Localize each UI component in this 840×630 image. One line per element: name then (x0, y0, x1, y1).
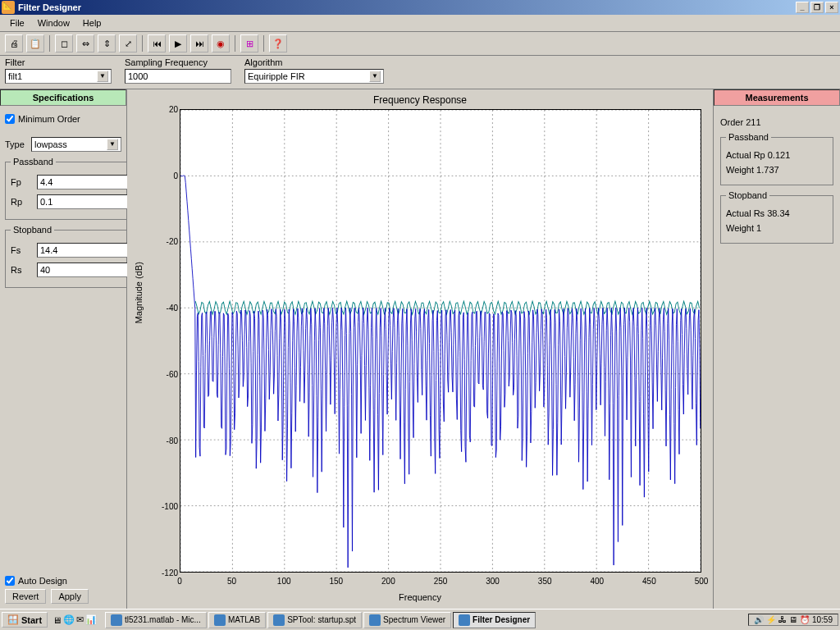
taskbar-item[interactable]: MATLAB (208, 612, 266, 628)
chevron-down-icon[interactable]: ▼ (369, 71, 381, 82)
y-tick: 20 (155, 105, 178, 114)
meas-stopband-legend: Stopband (726, 190, 769, 200)
stopband-legend: Stopband (11, 225, 54, 235)
taskbar-item[interactable]: Spectrum Viewer (363, 612, 451, 628)
quick-launch-icon[interactable]: 🌐 (63, 614, 75, 625)
x-tick: 350 (538, 577, 552, 586)
filter-dropdown[interactable]: filt1 ▼ (5, 69, 112, 84)
zoom-y-icon[interactable]: ⇕ (98, 34, 116, 52)
copy-icon[interactable]: 📋 (26, 34, 44, 52)
plot-panel: Frequency Response Magnitude (dB) Freque… (127, 89, 713, 609)
taskbar-item[interactable]: tl5231.matlab - Mic... (105, 612, 207, 628)
x-tick: 300 (486, 577, 500, 586)
tray-icon[interactable]: ⚡ (766, 615, 776, 624)
frequency-response-plot[interactable] (180, 109, 701, 573)
revert-button[interactable]: Revert (5, 589, 46, 604)
algorithm-label: Algorithm (244, 57, 384, 67)
quick-launch-icon[interactable]: 📊 (85, 614, 97, 625)
overlay-icon[interactable]: ◉ (212, 34, 230, 52)
play-icon[interactable]: ▶ (169, 34, 187, 52)
start-label: Start (21, 615, 42, 625)
menu-help[interactable]: Help (76, 16, 108, 30)
sampling-freq-input[interactable] (125, 69, 231, 84)
sampling-freq-label: Sampling Frequency (125, 57, 231, 67)
apply-button[interactable]: Apply (51, 589, 89, 604)
chevron-down-icon[interactable]: ▼ (97, 71, 108, 82)
plot-title: Frequency Response (130, 94, 710, 106)
y-tick: -120 (155, 568, 178, 578)
skip-start-icon[interactable]: ⏮ (148, 34, 166, 52)
param-bar: Filter filt1 ▼ Sampling Frequency Algori… (0, 56, 840, 89)
x-tick: 400 (590, 577, 604, 586)
rp-label: Rp (11, 197, 34, 207)
close-button[interactable]: × (825, 2, 838, 13)
minimum-order-label: Minimum Order (18, 114, 80, 124)
filter-icon (459, 614, 470, 626)
auto-design-label: Auto Design (18, 576, 67, 586)
filter-value: filt1 (8, 71, 22, 81)
print-icon[interactable]: 🖨 (5, 34, 23, 52)
type-dropdown[interactable]: lowpass ▼ (31, 137, 121, 152)
quick-launch-icon[interactable]: 🖥 (52, 615, 62, 625)
y-tick: -80 (155, 436, 178, 445)
auto-design-checkbox[interactable] (5, 576, 15, 586)
y-tick: -20 (155, 237, 178, 246)
weight-stopband: Weight 1 (726, 223, 828, 233)
x-tick: 50 (227, 577, 236, 586)
sptool-icon (273, 614, 285, 626)
specifications-panel: Specifications Minimum Order Type lowpas… (0, 89, 127, 609)
quick-launch-icon[interactable]: ✉ (76, 614, 84, 625)
x-tick: 500 (695, 577, 709, 586)
minimum-order-checkbox[interactable] (5, 114, 15, 124)
meas-passband-legend: Passband (726, 132, 771, 142)
start-button[interactable]: 🪟 Start (2, 612, 48, 628)
word-icon (111, 614, 122, 626)
actual-rs: Actual Rs 38.34 (726, 208, 828, 218)
taskbar-item-active[interactable]: Filter Designer (453, 612, 536, 628)
order-label: Order (720, 117, 743, 127)
x-tick: 150 (329, 577, 343, 586)
maximize-button[interactable]: ❐ (810, 2, 824, 13)
zoom-x-icon[interactable]: ⇔ (76, 34, 94, 52)
passband-legend: Passband (11, 157, 56, 167)
taskbar: 🪟 Start 🖥 🌐 ✉ 📊 tl5231.matlab - Mic... M… (0, 609, 840, 630)
meas-passband-fieldset: Passband Actual Rp 0.121 Weight 1.737 (720, 132, 833, 185)
tray-icon[interactable]: ⏰ (800, 615, 810, 624)
menu-file[interactable]: File (3, 16, 31, 30)
measurements-panel: Measurements Order 211 Passband Actual R… (713, 89, 840, 609)
menu-window[interactable]: Window (31, 16, 76, 30)
system-tray[interactable]: 🔊 ⚡ 🖧 🖥 ⏰ 10:59 (748, 614, 838, 626)
window-title: Filter Designer (18, 2, 81, 12)
x-tick: 450 (642, 577, 656, 586)
taskbar-item[interactable]: SPTool: startup.spt (267, 612, 362, 628)
spectrum-icon (369, 614, 381, 626)
weight-passband: Weight 1.737 (726, 165, 828, 175)
windows-icon: 🪟 (7, 614, 19, 625)
x-tick: 250 (434, 577, 448, 586)
fs-label: Fs (11, 245, 34, 255)
measurements-header: Measurements (714, 89, 840, 106)
fp-label: Fp (11, 177, 34, 187)
algorithm-value: Equiripple FIR (248, 71, 305, 81)
x-tick: 0 (177, 577, 182, 586)
tray-icon[interactable]: 🖥 (789, 615, 797, 624)
chevron-down-icon[interactable]: ▼ (107, 139, 118, 150)
algorithm-dropdown[interactable]: Equiripple FIR ▼ (244, 69, 384, 84)
zoom-out-icon[interactable]: ⤢ (119, 34, 137, 52)
zoom-box-icon[interactable]: ◻ (55, 34, 73, 52)
meas-stopband-fieldset: Stopband Actual Rs 38.34 Weight 1 (720, 190, 833, 244)
skip-end-icon[interactable]: ⏭ (190, 34, 208, 52)
order-value: 211 (746, 117, 760, 127)
actual-rp: Actual Rp 0.121 (726, 150, 828, 160)
minimize-button[interactable]: _ (796, 2, 809, 13)
menubar: File Window Help (0, 15, 840, 32)
x-tick: 100 (277, 577, 291, 586)
x-axis-label: Frequency (399, 592, 441, 602)
y-tick: -100 (155, 502, 178, 511)
tray-icon[interactable]: 🔊 (754, 615, 764, 624)
tray-icon[interactable]: 🖧 (778, 615, 787, 624)
whats-this-icon[interactable]: ❓ (269, 34, 287, 52)
poles-zeros-icon[interactable]: ⊞ (240, 34, 258, 52)
rs-label: Rs (11, 265, 34, 275)
y-axis-label: Magnitude (dB) (134, 262, 144, 323)
